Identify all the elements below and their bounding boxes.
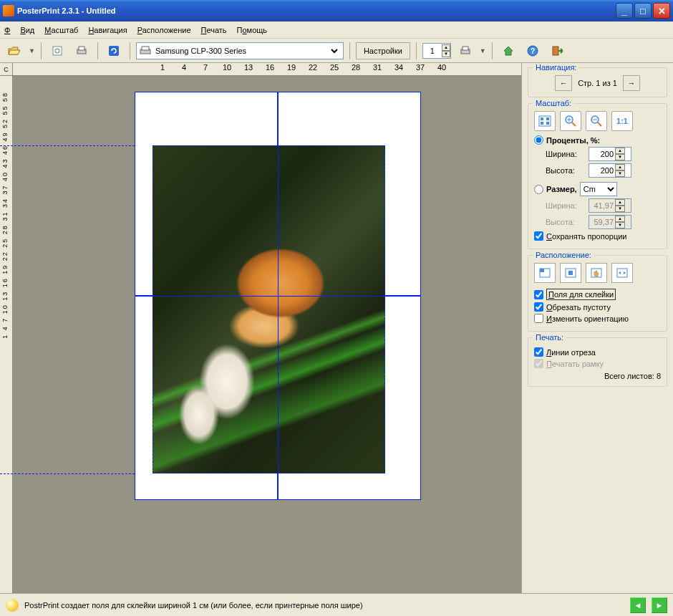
pos-stretch-button[interactable]: [611, 263, 633, 283]
status-prev-button[interactable]: ◄: [630, 597, 646, 613]
menu-navigation[interactable]: Навигация: [88, 26, 127, 34]
navigation-title: Навигация:: [533, 63, 579, 72]
close-button[interactable]: ✕: [653, 3, 670, 19]
print-preview-button[interactable]: [47, 41, 67, 61]
unit-select[interactable]: Cm: [580, 182, 617, 196]
change-orient-label: Изменить ориентацию: [546, 314, 629, 323]
height-cm-input: ▲▼: [589, 215, 631, 229]
menu-scale[interactable]: Масштаб: [44, 26, 78, 34]
home-button[interactable]: [498, 41, 518, 61]
menu-file[interactable]: Ф: [4, 26, 10, 34]
svg-line-22: [598, 122, 601, 126]
position-group: Расположение: Поля для склейки Обрезать …: [528, 255, 667, 332]
minimize-button[interactable]: _: [616, 3, 633, 19]
cut-lines-checkbox[interactable]: [534, 347, 543, 357]
percent-label: Проценты, %:: [546, 136, 600, 145]
svg-rect-26: [540, 269, 544, 272]
status-text: PostrPrint создает поля для склейки шири…: [24, 601, 624, 610]
maximize-button[interactable]: □: [634, 3, 652, 19]
print2-button[interactable]: [455, 41, 475, 61]
svg-rect-3: [79, 47, 84, 50]
width-percent-input[interactable]: ▲▼: [589, 147, 631, 161]
svg-rect-15: [541, 122, 543, 125]
svg-rect-4: [109, 46, 119, 56]
page-next-button[interactable]: →: [623, 75, 640, 91]
svg-rect-16: [546, 122, 549, 125]
window-title: PosterPrint 2.3.1 - Untitled: [17, 6, 616, 15]
svg-rect-13: [541, 117, 543, 120]
status-next-button[interactable]: ►: [652, 597, 667, 613]
svg-rect-14: [546, 117, 549, 120]
printer-settings-button[interactable]: Настройки: [356, 42, 410, 59]
glue-margins-checkbox[interactable]: [534, 290, 543, 299]
zoom-actual-button[interactable]: 1:1: [611, 111, 633, 131]
svg-line-18: [572, 122, 576, 126]
menubar: Ф Вид Масштаб Навигация Расположение Печ…: [0, 21, 673, 39]
printer-icon: [140, 46, 152, 56]
menu-position[interactable]: Расположение: [137, 26, 191, 34]
menu-view[interactable]: Вид: [20, 26, 34, 34]
ruler-vertical: 1 4 7 10 13 16 19 22 25 28 31 34 37 40 4…: [0, 63, 13, 593]
ruler-v-ticks: 1 4 7 10 13 16 19 22 25 28 31 34 37 40 4…: [1, 92, 9, 339]
app-icon: [3, 5, 14, 16]
printer-dropdown[interactable]: Samsung CLP-300 Series: [152, 46, 340, 56]
width-cm-label: Ширина:: [546, 201, 586, 210]
keep-aspect-checkbox[interactable]: [534, 231, 543, 241]
zoom-fit-button[interactable]: [534, 111, 556, 131]
refresh-button[interactable]: [104, 41, 124, 61]
page-prev-button[interactable]: ←: [555, 75, 572, 91]
copies-field[interactable]: [426, 47, 439, 55]
scale-group: Масштаб: 1:1 Проценты, %: Ширина: ▲▼ Выс…: [528, 103, 667, 249]
width-cm-input: ▲▼: [589, 198, 631, 213]
crop-empty-checkbox[interactable]: [534, 302, 543, 312]
svg-text:1:1: 1:1: [616, 117, 628, 125]
height-cm-label: Высота:: [546, 218, 586, 226]
size-label: Размер,: [546, 185, 577, 193]
ruler-horizontal: 1471013161922252831343740: [0, 63, 521, 76]
toolbar: ▼ Samsung CLP-300 Series Настройки ▲▼ ▼ …: [0, 39, 673, 63]
printer-select[interactable]: Samsung CLP-300 Series: [136, 42, 344, 59]
copies-up[interactable]: ▲: [442, 44, 450, 51]
pos-center-button[interactable]: [560, 263, 581, 283]
svg-rect-0: [53, 47, 62, 55]
change-orient-checkbox[interactable]: [534, 314, 543, 323]
page-grid: [135, 92, 421, 500]
cut-lines-label: Линии отреза: [546, 348, 596, 357]
help-button[interactable]: ?: [523, 41, 543, 61]
size-radio[interactable]: [534, 185, 543, 194]
menu-print[interactable]: Печать: [201, 26, 227, 34]
image-content[interactable]: [152, 145, 385, 473]
position-title: Расположение:: [533, 251, 594, 259]
side-panel: Навигация: ← Стр. 1 из 1 → Масштаб: 1:1 …: [521, 63, 673, 593]
page-indicator: Стр. 1 из 1: [578, 79, 617, 87]
ruler-corner: С: [0, 63, 13, 76]
svg-text:?: ?: [530, 47, 535, 55]
svg-rect-28: [568, 271, 573, 275]
dropdown-arrow-icon-2[interactable]: ▼: [480, 47, 486, 54]
dropdown-arrow-icon[interactable]: ▼: [29, 47, 35, 54]
ruler-h-ticks: 1471013161922252831343740: [154, 63, 450, 72]
scale-title: Масштаб:: [533, 99, 574, 107]
percent-radio[interactable]: [534, 135, 543, 145]
open-button[interactable]: [4, 41, 24, 61]
height-percent-input[interactable]: ▲▼: [589, 163, 631, 178]
pos-hand-button[interactable]: [586, 263, 607, 283]
copies-down[interactable]: ▼: [442, 51, 450, 57]
print-button[interactable]: [72, 41, 92, 61]
svg-rect-11: [553, 47, 558, 55]
print-frame-label: Печатать рамку: [546, 360, 604, 368]
print-group: Печать: Линии отреза Печатать рамку Всег…: [528, 337, 667, 387]
zoom-in-button[interactable]: [560, 111, 581, 131]
navigation-group: Навигация: ← Стр. 1 из 1 →: [528, 67, 667, 97]
menu-help[interactable]: Помощь: [237, 26, 268, 34]
crop-empty-label: Обрезать пустоту: [546, 303, 611, 312]
viewport[interactable]: [13, 76, 521, 593]
print-frame-checkbox: [534, 359, 543, 368]
width-pct-label: Ширина:: [546, 150, 586, 158]
pos-topleft-button[interactable]: [534, 263, 556, 283]
glue-margins-label: Поля для склейки: [546, 289, 616, 300]
copies-input[interactable]: ▲▼: [422, 43, 451, 59]
print-title: Печать:: [533, 333, 566, 342]
zoom-out-button[interactable]: [586, 111, 607, 131]
exit-button[interactable]: [547, 41, 567, 61]
